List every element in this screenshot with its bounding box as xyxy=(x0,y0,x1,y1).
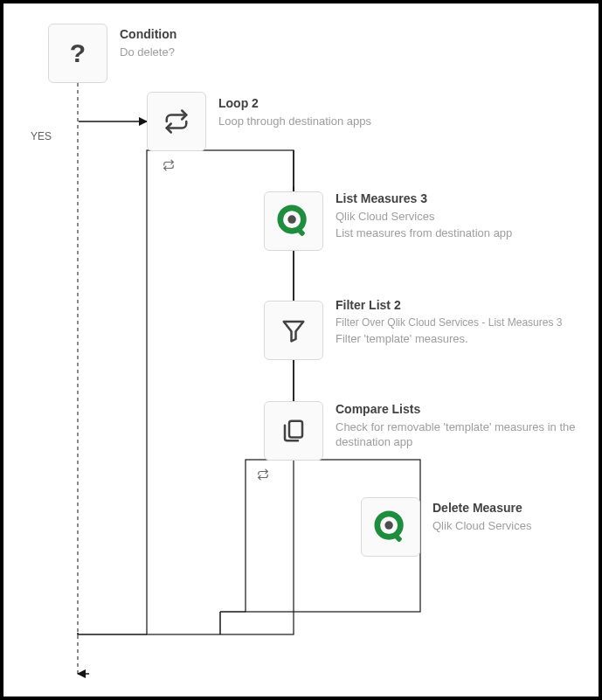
title-list-measures: List Measures 3 xyxy=(336,191,589,207)
label-loop2: Loop 2 Loop through destination apps xyxy=(218,95,481,128)
loop-icon xyxy=(163,108,190,135)
label-compare-lists: Compare Lists Check for removable 'templ… xyxy=(336,401,589,450)
subtitle-compare-lists: Check for removable 'template' measures … xyxy=(336,419,589,450)
svg-marker-16 xyxy=(284,322,304,342)
title-compare-lists: Compare Lists xyxy=(336,401,589,418)
subtitle-loop2: Loop through destination apps xyxy=(218,114,481,129)
node-list-measures[interactable] xyxy=(264,191,323,251)
qlik-icon xyxy=(374,510,407,544)
qlik-icon xyxy=(277,204,310,238)
workflow-diagram: YES ? Condition Do delete? Loop 2 Loop t… xyxy=(0,0,602,700)
label-delete-measure: Delete Measure Qlik Cloud Services xyxy=(432,500,599,533)
loop-indicator-icon xyxy=(163,159,175,175)
branch-label-yes: YES xyxy=(31,130,52,142)
description-filter-list: Filter 'template' measures. xyxy=(336,331,598,347)
subtitle-condition: Do delete? xyxy=(120,45,347,60)
subtitle-list-measures: Qlik Cloud Services xyxy=(336,209,589,225)
label-filter-list: Filter List 2 Filter Over Qlik Cloud Ser… xyxy=(336,297,598,347)
node-delete-measure[interactable] xyxy=(361,497,420,557)
svg-point-14 xyxy=(287,215,296,224)
node-condition[interactable]: ? xyxy=(48,24,107,83)
subtitle-filter-list: Filter Over Qlik Cloud Services - List M… xyxy=(336,315,598,329)
subtitle-delete-measure: Qlik Cloud Services xyxy=(432,518,599,534)
label-condition: Condition Do delete? xyxy=(120,26,347,59)
copy-icon xyxy=(280,418,307,444)
svg-rect-17 xyxy=(289,421,302,438)
question-icon: ? xyxy=(70,38,86,68)
title-loop2: Loop 2 xyxy=(218,95,481,112)
title-condition: Condition xyxy=(120,26,347,43)
description-list-measures: List measures from destination app xyxy=(336,225,589,241)
label-list-measures: List Measures 3 Qlik Cloud Services List… xyxy=(336,191,589,241)
node-filter-list[interactable] xyxy=(264,301,323,360)
svg-point-19 xyxy=(384,521,393,530)
title-delete-measure: Delete Measure xyxy=(432,500,599,516)
node-loop2[interactable] xyxy=(147,92,206,151)
loop-indicator-icon xyxy=(257,468,269,484)
node-compare-lists[interactable] xyxy=(264,401,323,461)
funnel-icon xyxy=(280,317,307,343)
title-filter-list: Filter List 2 xyxy=(336,297,598,314)
